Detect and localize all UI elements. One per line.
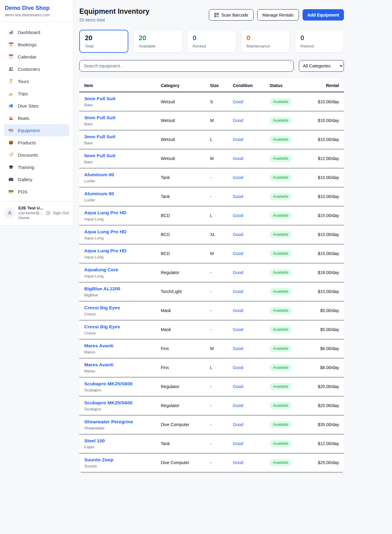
condition-link[interactable]: Good xyxy=(233,118,243,123)
add-equipment-button[interactable]: Add Equipment xyxy=(303,9,344,21)
sidebar-item-products[interactable]: Products xyxy=(4,136,69,149)
condition-link[interactable]: Good xyxy=(233,156,243,161)
item-brand: Luxfer xyxy=(84,198,151,202)
item-size: - xyxy=(205,263,228,282)
item-link[interactable]: Aqualung Core xyxy=(84,267,151,273)
sidebar-item-tours[interactable]: Tours xyxy=(4,75,69,87)
equipment-table: Item Category Size Condition Status Rent… xyxy=(79,78,344,472)
item-link[interactable]: Steel 100 xyxy=(84,438,151,444)
item-brand: Aqua Lung xyxy=(84,217,151,221)
sidebar-item-discounts[interactable]: Discounts xyxy=(4,149,69,161)
item-link[interactable]: Aqua Lung Pro HD xyxy=(84,229,151,235)
sidebar-item-customers[interactable]: Customers xyxy=(4,63,69,75)
sidebar-item-boats[interactable]: Boats xyxy=(4,112,69,124)
products-icon xyxy=(8,140,14,145)
stat-card-rented[interactable]: 0Rented xyxy=(187,30,236,53)
condition-link[interactable]: Good xyxy=(233,403,243,408)
item-link[interactable]: BigBlue AL1200 xyxy=(84,286,151,292)
condition-link[interactable]: Good xyxy=(233,213,243,218)
calendar-icon xyxy=(8,54,14,59)
category-select[interactable]: All Categories xyxy=(299,60,344,72)
item-rental-rate: $20.00/day xyxy=(302,396,344,415)
item-rental-rate: $10.00/day xyxy=(302,130,344,149)
item-link[interactable]: Aluminum 80 xyxy=(84,191,151,196)
condition-link[interactable]: Good xyxy=(233,289,243,294)
item-link[interactable]: Mares Avanti xyxy=(84,362,151,368)
item-link[interactable]: 3mm Full Suit xyxy=(84,96,151,101)
item-size: - xyxy=(205,434,228,453)
item-link[interactable]: Cressi Big Eyes xyxy=(84,305,151,311)
sidebar-item-dashboard[interactable]: Dashboard xyxy=(4,26,69,38)
status-badge: Available xyxy=(270,136,292,143)
stat-label: Maintenance xyxy=(247,44,285,48)
item-rental-rate: $10.00/day xyxy=(302,187,344,206)
scan-barcode-button[interactable]: Scan Barcode xyxy=(209,9,254,21)
condition-link[interactable]: Good xyxy=(233,137,243,142)
condition-link[interactable]: Good xyxy=(233,232,243,237)
sidebar-item-dive-sites[interactable]: Dive Sites xyxy=(4,100,69,112)
item-brand: Shearwater xyxy=(84,426,151,430)
item-link[interactable]: Scubapro MK25/S600 xyxy=(84,381,151,387)
item-category: Regulator xyxy=(156,396,205,415)
table-row: Aqua Lung Pro HDAqua LungBCDMGoodAvailab… xyxy=(79,244,344,263)
condition-link[interactable]: Good xyxy=(233,175,243,180)
condition-link[interactable]: Good xyxy=(233,251,243,256)
item-link[interactable]: Aqua Lung Pro HD xyxy=(84,248,151,254)
condition-link[interactable]: Good xyxy=(233,365,243,370)
table-row: Aqua Lung Pro HDAqua LungBCDLGoodAvailab… xyxy=(79,206,344,225)
sidebar-item-trips[interactable]: Trips xyxy=(4,87,69,100)
boats-icon xyxy=(8,115,14,121)
main-content: Equipment Inventory 20 items total Scan … xyxy=(79,0,344,473)
status-badge: Available xyxy=(270,326,292,333)
item-link[interactable]: Cressi Big Eyes xyxy=(84,324,151,330)
status-badge: Available xyxy=(270,98,292,105)
sidebar-item-label: Gallery xyxy=(18,177,32,182)
table-row: 3mm Full SuitBareWetsuitLGoodAvailable$1… xyxy=(79,130,344,149)
status-badge: Available xyxy=(270,307,292,314)
item-category: Wetsuit xyxy=(156,149,205,168)
sidebar-item-gallery[interactable]: Gallery xyxy=(4,173,69,185)
sidebar-item-calendar[interactable]: Calendar xyxy=(4,51,69,63)
condition-link[interactable]: Good xyxy=(233,194,243,199)
condition-link[interactable]: Good xyxy=(233,441,243,446)
condition-link[interactable]: Good xyxy=(233,384,243,389)
sidebar-item-training[interactable]: Training xyxy=(4,161,69,173)
item-link[interactable]: Scubapro MK25/S600 xyxy=(84,400,151,406)
item-link[interactable]: Aqua Lung Pro HD xyxy=(84,210,151,216)
item-link[interactable]: Suunto Zoop xyxy=(84,457,151,463)
item-link[interactable]: Mares Avanti xyxy=(84,343,151,349)
item-rental-rate: $35.00/day xyxy=(302,415,344,434)
item-link[interactable]: 3mm Full Suit xyxy=(84,115,151,120)
condition-link[interactable]: Good xyxy=(233,327,243,332)
manage-rentals-label: Manage Rentals xyxy=(262,13,294,17)
item-link[interactable]: Aluminum 80 xyxy=(84,172,151,177)
condition-link[interactable]: Good xyxy=(233,308,243,313)
item-rental-rate: $20.00/day xyxy=(302,377,344,396)
user-role: Owner xyxy=(18,216,43,220)
sidebar-item-equipment[interactable]: Equipment xyxy=(4,124,69,136)
manage-rentals-button[interactable]: Manage Rentals xyxy=(257,9,299,21)
brand-name[interactable]: Demo Dive Shop xyxy=(5,5,68,11)
stat-card-maintenance[interactable]: 0Maintenance xyxy=(241,30,290,53)
stat-card-total[interactable]: 20Total xyxy=(79,30,128,53)
table-row: Suunto ZoopSuuntoDive Computer-GoodAvail… xyxy=(79,453,344,472)
condition-link[interactable]: Good xyxy=(233,99,243,104)
status-badge: Available xyxy=(270,174,292,181)
condition-link[interactable]: Good xyxy=(233,422,243,427)
search-input[interactable] xyxy=(79,60,294,72)
condition-link[interactable]: Good xyxy=(233,346,243,351)
stat-card-available[interactable]: 20Available xyxy=(133,30,182,53)
item-link[interactable]: 3mm Full Suit xyxy=(84,134,151,139)
stat-label: Total xyxy=(85,44,123,48)
condition-link[interactable]: Good xyxy=(233,460,243,465)
sidebar-item-pos[interactable]: POS xyxy=(4,185,69,198)
item-link[interactable]: Shearwater Peregrine xyxy=(84,419,151,425)
item-link[interactable]: 5mm Full Suit xyxy=(84,153,151,158)
sign-out-button[interactable]: Sign Out xyxy=(46,211,69,216)
condition-link[interactable]: Good xyxy=(233,270,243,275)
sidebar-item-bookings[interactable]: 17Bookings xyxy=(4,38,69,51)
stat-card-retired[interactable]: 0Retired xyxy=(295,30,344,53)
brand-domain: demo.test.divestreams.com xyxy=(5,13,68,17)
stat-label: Available xyxy=(139,44,177,48)
item-size: - xyxy=(205,320,228,339)
